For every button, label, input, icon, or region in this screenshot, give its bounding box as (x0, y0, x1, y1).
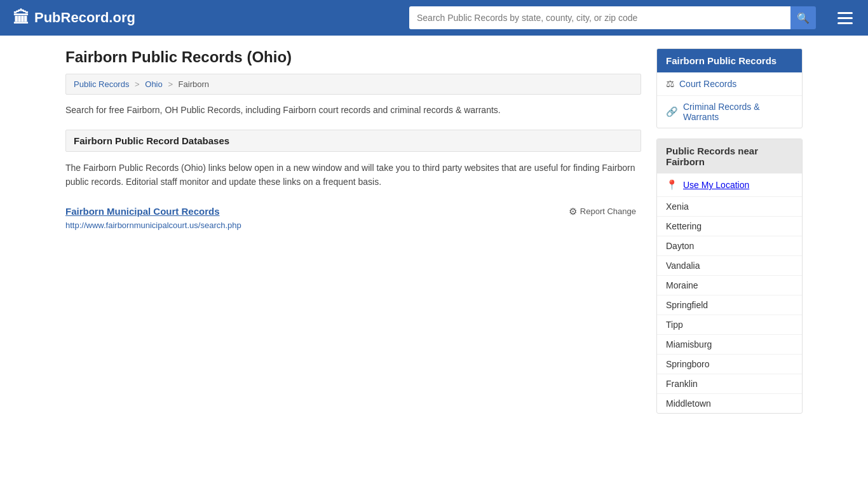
nearby-city-item[interactable]: Vandalia (657, 256, 802, 276)
menu-bar-3 (837, 22, 853, 24)
menu-button[interactable] (835, 10, 855, 27)
search-input[interactable] (409, 6, 790, 29)
criminal-records-icon: 🔗 (666, 106, 678, 118)
location-pin-icon: 📍 (666, 179, 678, 191)
breadcrumb-sep-2: > (168, 79, 173, 89)
databases-description: The Fairborn Public Records (Ohio) links… (65, 161, 641, 189)
fairborn-box-header: Fairborn Public Records (657, 49, 802, 72)
search-icon: 🔍 (797, 12, 810, 24)
nearby-box-header: Public Records near Fairborn (657, 139, 802, 173)
report-change-label: Report Change (580, 207, 636, 216)
court-records-icon: ⚖ (666, 78, 674, 90)
search-container: 🔍 (409, 6, 816, 29)
nearby-city-item[interactable]: Franklin (657, 374, 802, 394)
logo-text: PubRecord.org (34, 10, 135, 26)
nearby-city-item[interactable]: Springfield (657, 295, 802, 315)
report-icon: ⚙ (569, 206, 577, 217)
use-my-location-link[interactable]: Use My Location (683, 180, 749, 190)
logo-icon: 🏛 (13, 8, 29, 28)
page-description: Search for free Fairborn, OH Public Reco… (65, 104, 641, 117)
sidebar-item-criminal-records[interactable]: 🔗 Criminal Records & Warrants (657, 96, 802, 128)
content-area: Fairborn Public Records (Ohio) Public Re… (65, 48, 641, 424)
header: 🏛 PubRecord.org 🔍 (0, 0, 868, 36)
breadcrumb-sep-1: > (135, 79, 140, 89)
nearby-city-item[interactable]: Tipp (657, 315, 802, 335)
use-my-location-row[interactable]: 📍 Use My Location (657, 173, 802, 197)
record-url[interactable]: http://www.fairbornmunicipalcourt.us/sea… (65, 220, 241, 230)
main-wrapper: Fairborn Public Records (Ohio) Public Re… (53, 36, 815, 437)
page-title: Fairborn Public Records (Ohio) (65, 48, 641, 66)
report-change-button[interactable]: ⚙ Report Change (564, 203, 641, 220)
nearby-city-item[interactable]: Springboro (657, 355, 802, 374)
breadcrumb: Public Records > Ohio > Fairborn (65, 74, 641, 95)
record-entry: Fairborn Municipal Court Records ⚙ Repor… (65, 203, 641, 230)
breadcrumb-fairborn: Fairborn (179, 79, 209, 89)
nearby-city-item[interactable]: Xenia (657, 197, 802, 217)
breadcrumb-ohio[interactable]: Ohio (145, 79, 162, 89)
breadcrumb-public-records[interactable]: Public Records (74, 79, 129, 89)
nearby-city-item[interactable]: Moraine (657, 276, 802, 295)
nearby-city-item[interactable]: Miamisburg (657, 335, 802, 355)
search-button[interactable]: 🔍 (790, 6, 816, 29)
menu-bar-2 (837, 17, 853, 19)
databases-section-heading: Fairborn Public Record Databases (65, 130, 641, 152)
court-records-link[interactable]: Court Records (679, 79, 736, 89)
record-title[interactable]: Fairborn Municipal Court Records (65, 206, 220, 217)
sidebar: Fairborn Public Records ⚖ Court Records … (656, 48, 803, 424)
nearby-city-item[interactable]: Dayton (657, 236, 802, 256)
logo-area[interactable]: 🏛 PubRecord.org (13, 8, 135, 28)
menu-bar-1 (837, 12, 853, 14)
nearby-cities-list: XeniaKetteringDaytonVandaliaMoraineSprin… (657, 197, 802, 413)
sidebar-item-court-records[interactable]: ⚖ Court Records (657, 72, 802, 96)
record-title-row: Fairborn Municipal Court Records ⚙ Repor… (65, 203, 641, 220)
nearby-city-item[interactable]: Kettering (657, 217, 802, 236)
criminal-records-link[interactable]: Criminal Records & Warrants (683, 102, 793, 122)
nearby-records-box: Public Records near Fairborn 📍 Use My Lo… (656, 139, 803, 414)
nearby-city-item[interactable]: Middletown (657, 394, 802, 413)
fairborn-records-box: Fairborn Public Records ⚖ Court Records … (656, 48, 803, 128)
